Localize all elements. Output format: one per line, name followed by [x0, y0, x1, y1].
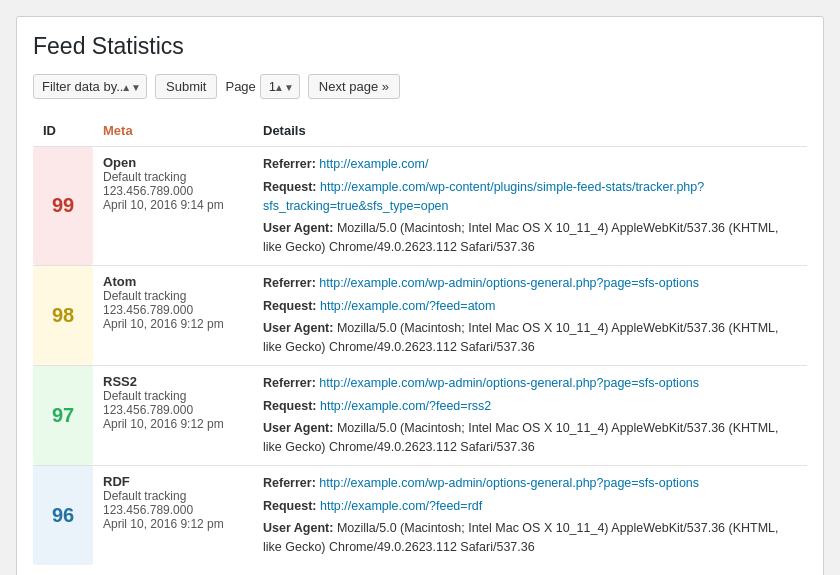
useragent-label: User Agent: — [263, 221, 333, 235]
meta-cell: Atom Default tracking 123.456.789.000 Ap… — [93, 265, 253, 365]
main-container: Feed Statistics Filter data by.. ▲▼ Subm… — [16, 16, 824, 575]
request-label: Request: — [263, 499, 316, 513]
request-link[interactable]: http://example.com/?feed=atom — [320, 299, 495, 313]
useragent-label: User Agent: — [263, 321, 333, 335]
useragent-line: User Agent: Mozilla/5.0 (Macintosh; Inte… — [263, 219, 797, 257]
useragent-line: User Agent: Mozilla/5.0 (Macintosh; Inte… — [263, 519, 797, 557]
toolbar: Filter data by.. ▲▼ Submit Page 1 ▲▼ Nex… — [33, 74, 807, 99]
request-line: Request: http://example.com/?feed=atom — [263, 297, 797, 316]
col-header-meta: Meta — [93, 115, 253, 147]
page-title: Feed Statistics — [33, 33, 807, 60]
request-link[interactable]: http://example.com/wp-content/plugins/si… — [263, 180, 704, 213]
details-cell: Referrer: http://example.com/wp-admin/op… — [253, 465, 807, 565]
page-select[interactable]: 1 — [260, 74, 300, 99]
referrer-line: Referrer: http://example.com/ — [263, 155, 797, 174]
meta-date: April 10, 2016 9:12 pm — [103, 317, 243, 331]
meta-tracking: Default tracking — [103, 389, 243, 403]
referrer-link[interactable]: http://example.com/wp-admin/options-gene… — [319, 376, 699, 390]
page-number-wrapper: 1 ▲▼ — [260, 74, 300, 99]
col-header-id: ID — [33, 115, 93, 147]
request-line: Request: http://example.com/wp-content/p… — [263, 178, 797, 216]
useragent-text: Mozilla/5.0 (Macintosh; Intel Mac OS X 1… — [263, 521, 779, 554]
meta-cell: RDF Default tracking 123.456.789.000 Apr… — [93, 465, 253, 565]
useragent-label: User Agent: — [263, 421, 333, 435]
useragent-line: User Agent: Mozilla/5.0 (Macintosh; Inte… — [263, 319, 797, 357]
request-label: Request: — [263, 399, 316, 413]
submit-button[interactable]: Submit — [155, 74, 217, 99]
meta-tracking: Default tracking — [103, 170, 243, 184]
meta-date: April 10, 2016 9:14 pm — [103, 198, 243, 212]
id-cell: 98 — [33, 265, 93, 365]
meta-date: April 10, 2016 9:12 pm — [103, 417, 243, 431]
page-select-wrapper: Page 1 ▲▼ — [225, 74, 299, 99]
filter-select-wrapper: Filter data by.. ▲▼ — [33, 74, 147, 99]
table-row: 97 RSS2 Default tracking 123.456.789.000… — [33, 365, 807, 465]
meta-tracking: Default tracking — [103, 489, 243, 503]
meta-tracking: Default tracking — [103, 289, 243, 303]
useragent-label: User Agent: — [263, 521, 333, 535]
meta-type: Open — [103, 155, 243, 170]
meta-ip: 123.456.789.000 — [103, 503, 243, 517]
details-cell: Referrer: http://example.com/wp-admin/op… — [253, 365, 807, 465]
meta-type: RDF — [103, 474, 243, 489]
referrer-line: Referrer: http://example.com/wp-admin/op… — [263, 274, 797, 293]
meta-type: RSS2 — [103, 374, 243, 389]
useragent-line: User Agent: Mozilla/5.0 (Macintosh; Inte… — [263, 419, 797, 457]
useragent-text: Mozilla/5.0 (Macintosh; Intel Mac OS X 1… — [263, 421, 779, 454]
referrer-line: Referrer: http://example.com/wp-admin/op… — [263, 474, 797, 493]
table-header-row: ID Meta Details — [33, 115, 807, 147]
referrer-link[interactable]: http://example.com/wp-admin/options-gene… — [319, 476, 699, 490]
meta-cell: Open Default tracking 123.456.789.000 Ap… — [93, 147, 253, 266]
col-header-details: Details — [253, 115, 807, 147]
details-cell: Referrer: http://example.com/wp-admin/op… — [253, 265, 807, 365]
id-cell: 99 — [33, 147, 93, 266]
useragent-text: Mozilla/5.0 (Macintosh; Intel Mac OS X 1… — [263, 321, 779, 354]
referrer-label: Referrer: — [263, 376, 316, 390]
meta-date: April 10, 2016 9:12 pm — [103, 517, 243, 531]
referrer-link[interactable]: http://example.com/wp-admin/options-gene… — [319, 276, 699, 290]
meta-cell: RSS2 Default tracking 123.456.789.000 Ap… — [93, 365, 253, 465]
referrer-label: Referrer: — [263, 157, 316, 171]
request-label: Request: — [263, 180, 316, 194]
filter-select[interactable]: Filter data by.. — [33, 74, 147, 99]
request-link[interactable]: http://example.com/?feed=rdf — [320, 499, 482, 513]
table-row: 99 Open Default tracking 123.456.789.000… — [33, 147, 807, 266]
page-label: Page — [225, 79, 255, 94]
feed-stats-table: ID Meta Details 99 Open Default tracking… — [33, 115, 807, 565]
id-cell: 96 — [33, 465, 93, 565]
referrer-line: Referrer: http://example.com/wp-admin/op… — [263, 374, 797, 393]
useragent-text: Mozilla/5.0 (Macintosh; Intel Mac OS X 1… — [263, 221, 779, 254]
meta-ip: 123.456.789.000 — [103, 303, 243, 317]
table-row: 98 Atom Default tracking 123.456.789.000… — [33, 265, 807, 365]
referrer-label: Referrer: — [263, 276, 316, 290]
referrer-label: Referrer: — [263, 476, 316, 490]
request-line: Request: http://example.com/?feed=rss2 — [263, 397, 797, 416]
details-cell: Referrer: http://example.com/ Request: h… — [253, 147, 807, 266]
referrer-link[interactable]: http://example.com/ — [319, 157, 428, 171]
request-line: Request: http://example.com/?feed=rdf — [263, 497, 797, 516]
meta-ip: 123.456.789.000 — [103, 184, 243, 198]
table-row: 96 RDF Default tracking 123.456.789.000 … — [33, 465, 807, 565]
meta-ip: 123.456.789.000 — [103, 403, 243, 417]
request-link[interactable]: http://example.com/?feed=rss2 — [320, 399, 491, 413]
id-cell: 97 — [33, 365, 93, 465]
meta-type: Atom — [103, 274, 243, 289]
next-page-button[interactable]: Next page » — [308, 74, 400, 99]
request-label: Request: — [263, 299, 316, 313]
